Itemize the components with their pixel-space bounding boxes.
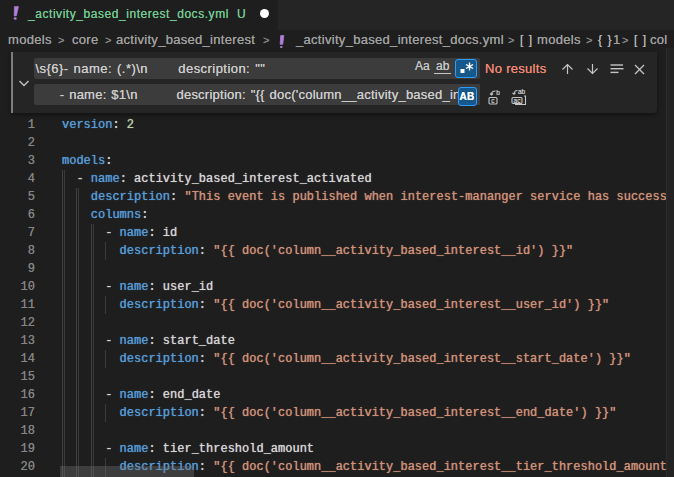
svg-text:ab: ab [518,89,526,95]
svg-text:b: b [496,90,500,96]
svg-text:ac: ac [514,97,522,104]
